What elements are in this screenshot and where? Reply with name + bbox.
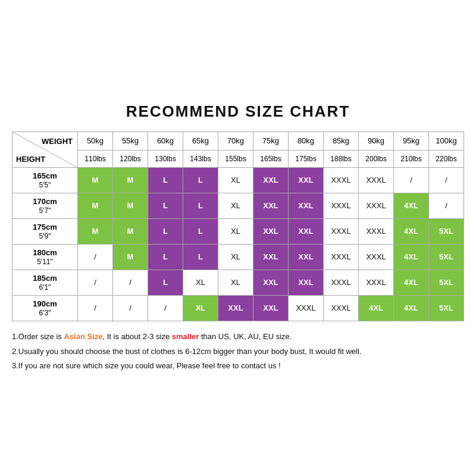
lbs-header: 220lbs — [429, 150, 464, 167]
size-cell: XXL — [253, 244, 289, 270]
note-line: 3.If you are not sure which size you cou… — [12, 359, 464, 374]
size-cell: XL — [218, 270, 253, 295]
height-cm: 165cm5'5" — [12, 167, 78, 193]
lbs-header: 130lbs — [148, 150, 183, 167]
size-cell: M — [113, 193, 148, 218]
kg-header: 100kg — [429, 131, 464, 150]
size-cell: 5XL — [429, 218, 464, 244]
size-cell: XXXL — [324, 295, 359, 321]
size-cell: XL — [218, 193, 253, 218]
size-cell: XXXL — [359, 167, 394, 193]
size-cell: XL — [183, 270, 218, 295]
size-cell: XXXL — [289, 295, 324, 321]
height-cm: 190cm6'3" — [12, 295, 78, 321]
size-table: WEIGHT HEIGHT 50kg55kg60kg65kg70kg75kg80… — [12, 131, 464, 321]
size-cell: M — [113, 218, 148, 244]
size-cell: 5XL — [429, 270, 464, 295]
size-cell: XXL — [289, 244, 324, 270]
lbs-header: 210lbs — [394, 150, 429, 167]
lbs-header: 155lbs — [218, 150, 253, 167]
kg-header: 75kg — [253, 131, 289, 150]
note-line: 1.Order size is Asian Size, It is about … — [12, 330, 464, 345]
size-cell: / — [113, 295, 148, 321]
note-line: 2.Usually you should choose the bust of … — [12, 345, 464, 359]
size-cell: XL — [183, 295, 218, 321]
size-cell: 4XL — [394, 295, 429, 321]
height-cm: 175cm5'9" — [12, 218, 78, 244]
size-cell: / — [394, 167, 429, 193]
size-cell: XL — [218, 244, 253, 270]
kg-header: 50kg — [78, 131, 113, 150]
size-cell: 5XL — [429, 244, 464, 270]
size-cell: / — [429, 193, 464, 218]
height-cm: 180cm5'11" — [12, 244, 78, 270]
size-cell: / — [78, 270, 113, 295]
size-cell: 4XL — [359, 295, 394, 321]
size-cell: L — [183, 167, 218, 193]
size-cell: L — [148, 218, 183, 244]
size-cell: XXL — [218, 295, 253, 321]
height-cm: 185cm6'1" — [12, 270, 78, 295]
size-cell: XXL — [289, 193, 324, 218]
size-cell: XXXL — [359, 193, 394, 218]
lbs-header: 143lbs — [183, 150, 218, 167]
size-cell: XXL — [289, 167, 324, 193]
kg-header: 90kg — [359, 131, 394, 150]
size-cell: M — [78, 218, 113, 244]
size-cell: XXL — [253, 295, 289, 321]
size-cell: / — [78, 244, 113, 270]
size-cell: XL — [218, 218, 253, 244]
size-cell: M — [113, 244, 148, 270]
size-cell: 4XL — [394, 244, 429, 270]
size-cell: M — [113, 167, 148, 193]
kg-header: 70kg — [218, 131, 253, 150]
size-cell: / — [78, 295, 113, 321]
size-cell: XXXL — [324, 244, 359, 270]
size-cell: L — [148, 193, 183, 218]
size-cell: 5XL — [429, 295, 464, 321]
notes-section: 1.Order size is Asian Size, It is about … — [12, 330, 464, 374]
size-cell: 4XL — [394, 218, 429, 244]
size-cell: XXL — [253, 270, 289, 295]
page-title: RECOMMEND SIZE CHART — [126, 102, 350, 121]
kg-header: 85kg — [324, 131, 359, 150]
size-cell: XXXL — [324, 193, 359, 218]
height-cm: 170cm5'7" — [12, 193, 78, 218]
size-cell: M — [78, 167, 113, 193]
size-cell: XXXL — [359, 270, 394, 295]
size-cell: XXL — [289, 270, 324, 295]
size-cell: XXXL — [359, 218, 394, 244]
size-cell: XXL — [253, 167, 289, 193]
size-cell: / — [429, 167, 464, 193]
size-cell: XXXL — [324, 270, 359, 295]
size-cell: XXL — [253, 218, 289, 244]
kg-header: 65kg — [183, 131, 218, 150]
kg-header: 80kg — [289, 131, 324, 150]
size-cell: XXL — [289, 218, 324, 244]
size-cell: 4XL — [394, 270, 429, 295]
size-chart-container: WEIGHT HEIGHT 50kg55kg60kg65kg70kg75kg80… — [12, 131, 464, 321]
size-cell: XXL — [253, 193, 289, 218]
size-cell: M — [78, 193, 113, 218]
size-cell: / — [113, 270, 148, 295]
kg-header: 60kg — [148, 131, 183, 150]
lbs-header: 188lbs — [324, 150, 359, 167]
lbs-header: 200lbs — [359, 150, 394, 167]
lbs-header: 175lbs — [289, 150, 324, 167]
size-cell: XL — [218, 167, 253, 193]
size-cell: 4XL — [394, 193, 429, 218]
size-cell: L — [148, 244, 183, 270]
size-cell: L — [148, 167, 183, 193]
size-cell: XXXL — [359, 244, 394, 270]
size-cell: XXXL — [324, 218, 359, 244]
size-cell: / — [148, 295, 183, 321]
diagonal-header-cell: WEIGHT HEIGHT — [12, 131, 78, 167]
size-cell: L — [148, 270, 183, 295]
size-cell: L — [183, 244, 218, 270]
lbs-header: 110lbs — [78, 150, 113, 167]
lbs-header: 120lbs — [113, 150, 148, 167]
kg-header: 95kg — [394, 131, 429, 150]
size-cell: L — [183, 193, 218, 218]
size-cell: L — [183, 218, 218, 244]
lbs-header: 165lbs — [253, 150, 289, 167]
